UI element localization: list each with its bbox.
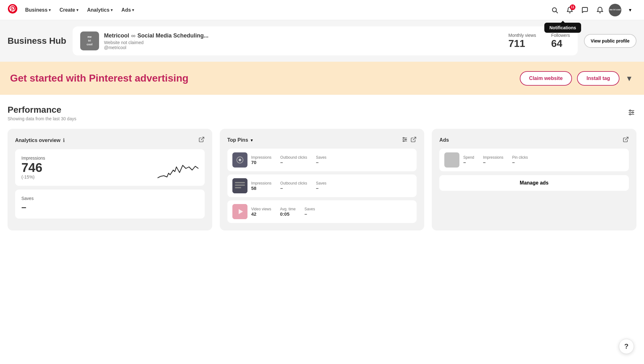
nav-create[interactable]: Create ▾ bbox=[56, 5, 82, 15]
pin-thumb-1 bbox=[232, 152, 247, 168]
ad-banner-chevron-icon[interactable]: ▾ bbox=[625, 71, 634, 86]
svg-line-24 bbox=[625, 137, 628, 140]
svg-point-18 bbox=[239, 159, 241, 161]
pin1-impressions: Impressions 70 bbox=[251, 155, 272, 165]
biz-hub-header: Business Hub me tri cool Metricool ∞ Soc… bbox=[0, 20, 644, 62]
performance-title: Performance bbox=[8, 105, 76, 115]
avatar[interactable]: me tri cool bbox=[609, 4, 621, 16]
ads-card: Ads Spend – Impressions – bbox=[432, 129, 636, 230]
nav-ads[interactable]: Ads ▾ bbox=[118, 5, 138, 15]
ads-pin-clicks: Pin clicks – bbox=[512, 155, 528, 165]
avatar-text: me tri cool bbox=[609, 9, 620, 11]
performance-subtitle: Showing data from the last 30 days bbox=[8, 116, 76, 121]
profile-stats: Monthly views 711 Followers 64 bbox=[508, 33, 570, 49]
nav-business[interactable]: Business ▾ bbox=[21, 5, 54, 15]
pin-item-3: Video views 42 Avg. time 0:05 Saves – bbox=[227, 200, 417, 223]
claim-website-button[interactable]: Claim website bbox=[520, 71, 572, 86]
svg-point-8 bbox=[630, 114, 631, 115]
main-content: Performance Showing data from the last 3… bbox=[0, 95, 644, 241]
performance-grid: Analytics overview ℹ Impressions 746 (-1… bbox=[8, 129, 636, 230]
nav-analytics[interactable]: Analytics ▾ bbox=[83, 5, 116, 15]
manage-ads-button[interactable]: Manage ads bbox=[439, 175, 629, 191]
svg-rect-22 bbox=[235, 187, 241, 188]
pin-list: Impressions 70 Outbound clicks – Saves – bbox=[227, 149, 417, 223]
pin1-outbound: Outbound clicks – bbox=[280, 155, 307, 165]
ads-external-link-button[interactable] bbox=[623, 136, 629, 144]
analytics-card: Analytics overview ℹ Impressions 746 (-1… bbox=[8, 129, 212, 230]
analytics-info-button[interactable]: ℹ bbox=[63, 137, 65, 143]
business-chevron-icon: ▾ bbox=[49, 8, 51, 12]
svg-line-16 bbox=[413, 137, 416, 140]
view-profile-button[interactable]: View public profile bbox=[584, 34, 636, 48]
ad-banner-text: Get started with Pinterest advertising bbox=[10, 72, 520, 84]
monthly-views-label: Monthly views bbox=[508, 33, 536, 38]
messages-button[interactable] bbox=[579, 4, 591, 16]
pin2-outbound: Outbound clicks – bbox=[280, 181, 307, 191]
pinterest-logo[interactable] bbox=[8, 4, 18, 16]
pin2-saves: Saves – bbox=[316, 181, 326, 191]
svg-point-6 bbox=[630, 110, 631, 111]
ads-impressions: Impressions – bbox=[483, 155, 503, 165]
profile-avatar: me tri cool bbox=[80, 31, 99, 50]
account-chevron-button[interactable]: ▾ bbox=[624, 4, 636, 16]
website-status: Website not claimed bbox=[104, 40, 503, 45]
pin-thumb-3 bbox=[232, 204, 247, 219]
top-pins-filter-button[interactable] bbox=[402, 136, 408, 144]
ads-card-title: Ads bbox=[439, 137, 449, 143]
pin3-saves: Saves – bbox=[304, 207, 315, 217]
create-chevron-icon: ▾ bbox=[76, 8, 78, 12]
filter-settings-button[interactable] bbox=[626, 107, 636, 119]
ad-banner: Get started with Pinterest advertising C… bbox=[0, 62, 644, 95]
svg-rect-20 bbox=[235, 182, 245, 183]
followers-label: Followers bbox=[551, 33, 570, 38]
ads-thumb bbox=[444, 152, 459, 168]
infinity-icon: ∞ bbox=[131, 32, 136, 39]
pin3-avgtime: Avg. time 0:05 bbox=[280, 207, 296, 217]
svg-line-2 bbox=[556, 11, 558, 13]
svg-line-9 bbox=[201, 137, 204, 140]
analytics-card-title: Analytics overview bbox=[15, 138, 60, 143]
ads-spend: Spend – bbox=[463, 155, 474, 165]
pin1-saves: Saves – bbox=[316, 155, 326, 165]
pin3-video-views: Video views 42 bbox=[251, 207, 271, 217]
ads-item: Spend – Impressions – Pin clicks – bbox=[439, 149, 629, 171]
search-button[interactable] bbox=[548, 4, 561, 16]
profile-subtitle: Social Media Scheduling... bbox=[137, 32, 208, 39]
analytics-chevron-icon: ▾ bbox=[111, 8, 113, 12]
svg-point-7 bbox=[632, 112, 633, 113]
profile-handle: @metricool bbox=[104, 45, 503, 50]
saves-value: – bbox=[21, 202, 198, 212]
updates-button[interactable] bbox=[594, 4, 606, 16]
svg-point-13 bbox=[403, 137, 404, 138]
followers-stat: Followers 64 bbox=[551, 33, 570, 49]
impressions-metric: Impressions 746 (-15%) bbox=[15, 149, 205, 186]
ads-chevron-icon: ▾ bbox=[132, 8, 134, 12]
saves-metric: Saves – bbox=[15, 190, 205, 219]
impressions-value: 746 bbox=[21, 161, 42, 174]
pin-thumb-2 bbox=[232, 178, 247, 193]
svg-point-14 bbox=[405, 139, 406, 140]
monthly-views-stat: Monthly views 711 bbox=[508, 33, 536, 49]
install-tag-button[interactable]: Install tag bbox=[577, 71, 619, 86]
impressions-label: Impressions bbox=[21, 156, 198, 161]
profile-name: Metricool bbox=[104, 32, 129, 39]
pin-item-2: Impressions 58 Outbound clicks – Saves – bbox=[227, 174, 417, 197]
notifications-button[interactable]: 11 bbox=[564, 4, 576, 16]
impressions-chart bbox=[158, 161, 198, 179]
svg-rect-21 bbox=[235, 185, 245, 186]
pin2-impressions: Impressions 58 bbox=[251, 181, 272, 191]
top-pins-title: Top Pins bbox=[227, 137, 248, 143]
main-nav: Business ▾ Create ▾ Analytics ▾ Ads ▾ 11 bbox=[0, 0, 644, 20]
analytics-external-link-button[interactable] bbox=[198, 136, 205, 144]
saves-label: Saves bbox=[21, 196, 198, 201]
section-header: Performance Showing data from the last 3… bbox=[8, 105, 76, 121]
top-pins-dropdown-button[interactable]: ▾ bbox=[251, 138, 253, 143]
pin-item-1: Impressions 70 Outbound clicks – Saves – bbox=[227, 149, 417, 171]
notification-badge: 11 bbox=[570, 4, 575, 10]
top-pins-card: Top Pins ▾ bbox=[220, 129, 425, 230]
followers-value: 64 bbox=[551, 38, 570, 49]
top-pins-external-link-button[interactable] bbox=[410, 136, 417, 144]
impressions-change: (-15%) bbox=[21, 174, 42, 179]
svg-point-15 bbox=[403, 140, 404, 141]
profile-card: me tri cool Metricool ∞ Social Media Sch… bbox=[73, 26, 578, 55]
